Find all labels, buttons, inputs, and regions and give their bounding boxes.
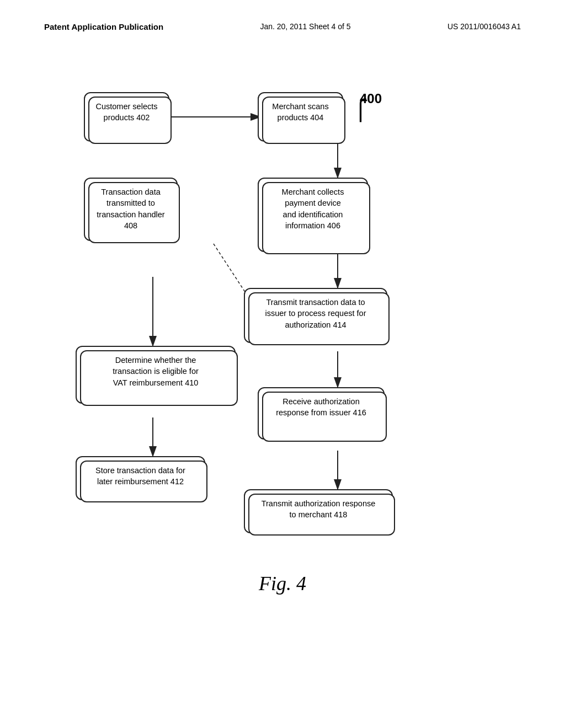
box412: Store transaction data for later reimbur…: [76, 456, 205, 500]
box410: Determine whether the transaction is eli…: [76, 346, 236, 404]
box418: Transmit authorization response to merch…: [244, 489, 393, 533]
brace-icon: ⎧: [353, 99, 368, 122]
box408: Transaction data transmitted to transact…: [84, 178, 178, 241]
diagram: Customer selects products 402 Merchant s…: [45, 76, 520, 550]
box402: Customer selects products 402: [84, 92, 169, 142]
box404: Merchant scans products 404: [258, 92, 343, 142]
header-right: US 2011/0016043 A1: [447, 22, 521, 31]
fig-label: Fig. 4: [0, 572, 565, 595]
box406: Merchant collects payment device and ide…: [258, 178, 368, 252]
box416: Receive authorization response from issu…: [258, 387, 385, 440]
header: Patent Application Publication Jan. 20, …: [0, 0, 565, 42]
header-center: Jan. 20, 2011 Sheet 4 of 5: [260, 22, 350, 31]
page: Patent Application Publication Jan. 20, …: [0, 0, 565, 728]
header-left: Patent Application Publication: [44, 22, 163, 31]
box414: Transmit transaction data to issuer to p…: [244, 288, 387, 343]
